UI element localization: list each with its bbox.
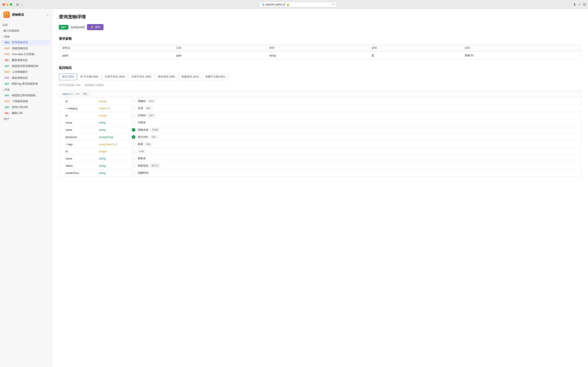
sidebar-item-post-upload-photo[interactable]: POST 上传宠物图片 <box>0 69 52 75</box>
sidebar-item-label: 根据 tag 查找宠物列表 <box>12 82 38 86</box>
sidebar-item-label: 接口文档说明 <box>3 29 19 33</box>
sidebar-item-put-pet[interactable]: PUT 修改宠物信息 <box>0 75 52 81</box>
toc-header[interactable]: 目录 ⌄ <box>0 22 52 28</box>
field-name: id <box>66 150 99 153</box>
field-name: id <box>66 114 99 117</box>
schema-header: object {8} Pet XML <box>59 90 581 98</box>
schema-table: object {8} Pet XML id integer 宠物ID int64… <box>59 90 581 176</box>
field-name: id <box>62 100 99 103</box>
sidebar-item-label: 上传宠物图片 <box>12 70 28 74</box>
sidebar-section-users[interactable]: › 用户 <box>0 116 52 122</box>
tab-bad-id-400[interactable]: ID 不正确 (400) <box>77 73 102 80</box>
share-button[interactable]: ⬆ <box>573 3 576 7</box>
sidebar-item-label: 根据状态查询宠物库... <box>12 94 38 97</box>
sidebar-item-post-form-data[interactable]: POST form-data 方式更新... <box>0 51 52 57</box>
collapse-icon[interactable]: ▾ <box>66 143 67 146</box>
schema-field-photo-urls: photoUrls array[string] 照片URL XML <box>59 133 581 141</box>
xml-badge[interactable]: XML <box>145 107 152 110</box>
method-badge-post: POST <box>3 71 11 73</box>
field-desc: 标签 XML <box>138 142 578 146</box>
field-circle-checked <box>132 135 135 139</box>
sidebar-toggle-button[interactable]: ⊞ <box>16 2 20 7</box>
xml-badge[interactable]: XML <box>150 135 158 139</box>
tab-overview-button[interactable]: ⧉ <box>583 3 586 6</box>
sidebar-item-interface-doc[interactable]: 接口文档说明 <box>0 28 52 34</box>
field-desc: int64 <box>138 150 578 153</box>
example-badge[interactable]: 示例值 <box>150 128 160 132</box>
sidebar-item-label: form-data 方式更新... <box>12 53 36 56</box>
tab-bad-param-401[interactable]: 参数不正确 (401) <box>202 73 228 80</box>
sidebar-item-label: 新建宠物信息 <box>12 47 28 50</box>
collapse-icon[interactable]: ▾ <box>66 107 67 110</box>
tab-created-201[interactable]: 新建成功 (201) <box>178 73 202 80</box>
method-badge-post: POST <box>3 47 11 50</box>
field-circle <box>132 164 135 167</box>
schema-field-category-id: id integer 分类ID int64 <box>59 112 581 119</box>
param-name: petId <box>59 52 173 59</box>
titlebar-actions: ⬆ ＋ ⧉ <box>573 2 586 7</box>
method-badge-del: DEL <box>3 112 11 115</box>
endpoint-method-badge: GET <box>59 25 68 30</box>
address-bar: 🐾 petstore.apifox.cn 🔒 ••• <box>25 2 572 7</box>
field-circle <box>132 150 135 153</box>
sidebar-item-del-pet[interactable]: DEL 删除宠物信息 <box>0 57 52 63</box>
field-circle-checked <box>132 128 135 132</box>
sidebar-item-get-store-inventory[interactable]: GET 根据状态查询宠物库... <box>0 92 52 99</box>
response-status: HTTP 状态码: 200 <box>59 83 80 87</box>
sidebar-item-get-pets-by-status[interactable]: GET 根据状态查找宠物列表 <box>0 63 52 69</box>
app-icon: 🐱 <box>3 11 10 18</box>
maximize-button[interactable] <box>10 3 12 6</box>
sidebar-item-label: 查询宠物详情 <box>12 41 28 44</box>
enum-badge[interactable]: 枚举(3) <box>150 164 160 167</box>
sidebar-item-label: 下单购买宠物 <box>12 100 28 103</box>
page-title: 查询宠物详情 <box>59 14 581 20</box>
users-chevron-icon: › <box>2 118 3 120</box>
sidebar-section-pets[interactable]: ▾ 宠物 <box>0 34 52 40</box>
address-text: petstore.apifox.cn <box>266 3 285 6</box>
debug-button[interactable]: ⚡ 调试 <box>87 24 104 30</box>
sidebar-item-del-order[interactable]: DEL 删除订单 <box>0 110 52 116</box>
method-badge-get: GET <box>3 83 11 85</box>
more-icon[interactable]: ••• <box>332 3 335 6</box>
field-type: integer <box>99 114 132 117</box>
tab-not-found-404-2[interactable]: 记录不存在 (404) <box>128 73 154 80</box>
field-name: name <box>62 128 99 131</box>
sidebar-search-button[interactable]: ⌕ <box>47 13 49 17</box>
tab-success-200[interactable]: 成功 (200) <box>59 73 77 80</box>
address-input[interactable]: 🐾 petstore.apifox.cn 🔒 ••• <box>259 2 337 7</box>
response-tabs: 成功 (200) ID 不正确 (400) 记录不存在 (404) 记录不存在 … <box>59 73 581 80</box>
field-name: ▾ tags <box>62 143 99 146</box>
sidebar-item-post-new-pet[interactable]: POST 新建宠物信息 <box>0 45 52 51</box>
sidebar-item-get-pet-detail[interactable]: GET 查询宠物详情 <box>1 40 51 45</box>
sidebar-item-label: 删除宠物信息 <box>12 58 28 62</box>
int64-badge: int64 <box>138 150 146 153</box>
field-name: name <box>66 157 99 160</box>
schema-field-create-time: createTime string 创建时间 <box>59 169 581 176</box>
debug-icon: ⚡ <box>90 25 94 29</box>
field-type: object {2} <box>99 107 132 110</box>
params-col-required: 必填 <box>368 44 461 52</box>
new-tab-button[interactable]: ＋ <box>578 2 581 7</box>
xml-badge[interactable]: XML <box>145 142 152 146</box>
sidebar-item-get-order[interactable]: GET 查询订单详情 <box>0 104 52 110</box>
field-desc: 分类名 <box>138 121 578 124</box>
sidebar-item-label: 根据状态查找宠物列表 <box>12 64 38 68</box>
method-badge-get: GET <box>3 41 11 44</box>
field-type: array[object] {2} <box>99 143 132 146</box>
schema-xml-badge[interactable]: XML <box>81 92 89 95</box>
minimize-button[interactable] <box>6 3 9 6</box>
endpoint-row: GET /pet/{petId} ⚡ 调试 <box>59 24 581 30</box>
sidebar-section-store[interactable]: ▾ 店铺 <box>0 87 52 92</box>
schema-ref: Pet <box>75 92 79 95</box>
back-button[interactable]: ‹ <box>20 2 23 7</box>
tab-op-success-200[interactable]: 操作成功 (200) <box>155 73 178 80</box>
close-button[interactable] <box>2 3 5 6</box>
schema-root-type[interactable]: object {8} <box>62 92 73 95</box>
sidebar-item-label: 修改宠物信息 <box>12 76 28 80</box>
schema-field-tags-id: id integer int64 <box>59 148 581 155</box>
tab-not-found-404-1[interactable]: 记录不存在 (404) <box>102 73 128 80</box>
field-name: photoUrls <box>62 136 99 139</box>
field-name: status <box>62 164 99 167</box>
sidebar-item-get-pets-by-tag[interactable]: GET 根据 tag 查找宠物列表 <box>0 81 52 87</box>
sidebar-item-post-order[interactable]: POST 下单购买宠物 <box>0 99 52 104</box>
